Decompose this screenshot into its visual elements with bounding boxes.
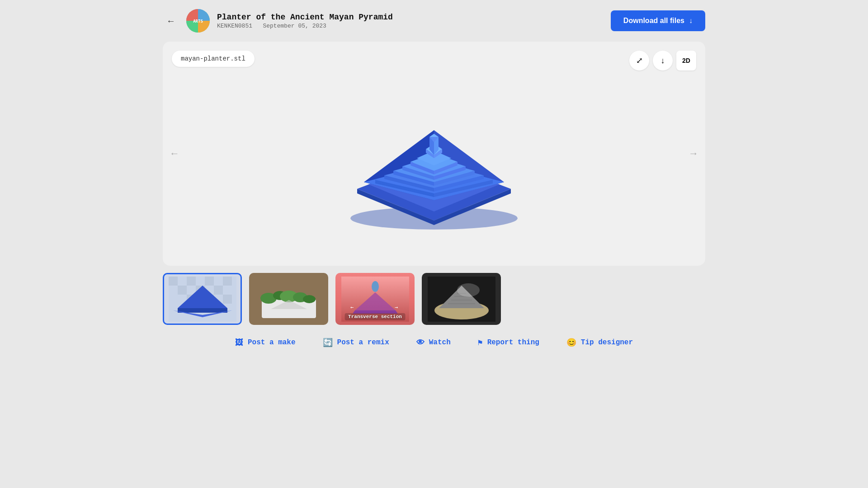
svg-rect-38 [205,277,214,286]
viewer-card: mayan-planter.stl ⤢ ↓ 2D ← → [163,42,705,266]
report-label: Report thing [487,338,539,347]
thumbnail-2-preview [255,277,323,322]
thumbnail-2[interactable] [249,273,328,325]
header-left: ← ARTS Planter of the Ancient Mayan Pyra… [163,9,393,33]
watch-icon: 👁 [416,338,425,347]
post-make-icon: 🖼 [235,338,243,347]
thumbnail-1-preview [169,277,236,322]
avatar: ARTS [186,9,210,33]
header-title-group: Planter of the Ancient Mayan Pyramid KEN… [217,13,393,29]
header-meta: KENKEN0851 September 05, 2023 [217,23,393,29]
thumbnail-strip: ← → Transverse section [163,273,705,325]
svg-point-53 [303,295,316,303]
tip-label: Tip designer [581,338,633,347]
tip-designer-action[interactable]: 😊 Tip designer [566,338,633,347]
svg-rect-35 [178,286,187,295]
date-label: September 05, 2023 [263,23,326,29]
nav-right-button[interactable]: → [685,145,702,162]
back-button[interactable]: ← [163,13,179,29]
post-remix-action[interactable]: 🔄 Post a remix [323,338,389,347]
page-container: ← ARTS Planter of the Ancient Mayan Pyra… [0,0,868,488]
nav-left-icon: ← [170,148,179,160]
page-title: Planter of the Ancient Mayan Pyramid [217,13,393,22]
svg-rect-34 [169,277,178,286]
pyramid-3d-model [339,85,529,239]
viewer-controls: ⤢ ↓ 2D [629,51,696,70]
download-arrow-icon: ↓ [689,17,693,25]
view-2d-button[interactable]: 2D [676,51,696,70]
thumbnail-1[interactable] [163,273,242,325]
main-content: ← ARTS Planter of the Ancient Mayan Pyra… [163,0,705,357]
post-make-action[interactable]: 🖼 Post a make [235,338,296,347]
expand-button[interactable]: ⤢ [629,51,649,70]
thumbnail-4[interactable] [422,273,501,325]
tip-icon: 😊 [566,338,576,347]
report-thing-action[interactable]: ⚑ Report thing [478,338,539,347]
model-area [172,67,696,257]
watch-label: Watch [429,338,451,347]
svg-marker-45 [178,308,227,313]
nav-left-button[interactable]: ← [166,145,183,162]
header: ← ARTS Planter of the Ancient Mayan Pyra… [163,0,705,42]
action-bar: 🖼 Post a make 🔄 Post a remix 👁 Watch ⚑ R… [163,338,705,357]
view-2d-label: 2D [682,57,690,64]
svg-text:→: → [395,304,398,310]
thumbnail-4-preview [428,277,495,322]
svg-text:ARTS: ARTS [193,19,203,23]
nav-right-icon: → [689,148,698,160]
transverse-section-label: Transverse section [344,313,406,320]
thumbnail-3[interactable]: ← → Transverse section [335,273,415,325]
svg-rect-40 [223,277,232,286]
post-make-label: Post a make [248,338,296,347]
post-remix-icon: 🔄 [323,338,333,347]
svg-rect-43 [223,295,232,304]
svg-rect-36 [187,277,196,286]
post-remix-label: Post a remix [337,338,389,347]
svg-rect-39 [214,286,223,295]
download-all-button[interactable]: Download all files ↓ [611,10,705,31]
file-badge: mayan-planter.stl [172,51,255,67]
download-icon: ↓ [661,56,665,66]
download-all-label: Download all files [623,17,684,25]
report-icon: ⚑ [478,338,483,347]
expand-icon: ⤢ [636,56,643,66]
svg-text:←: ← [350,304,354,310]
download-model-button[interactable]: ↓ [653,51,673,70]
watch-action[interactable]: 👁 Watch [416,338,451,347]
author-label: KENKEN0851 [217,23,252,29]
svg-point-69 [457,283,480,297]
